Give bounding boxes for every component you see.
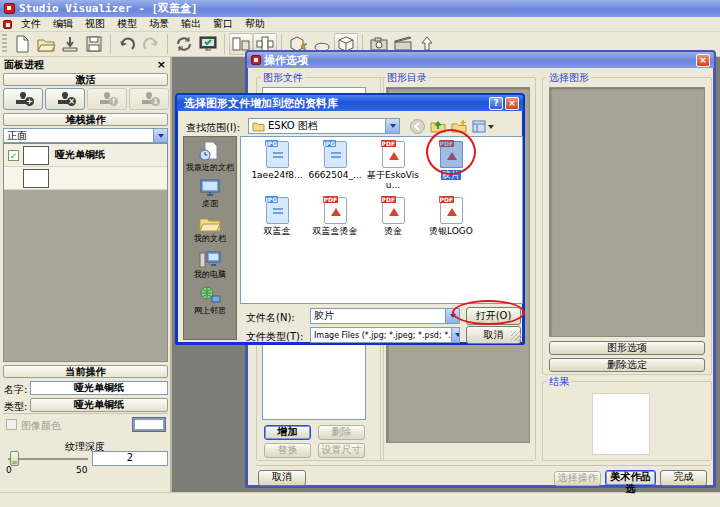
menu-help[interactable]: 帮助 (239, 17, 271, 31)
graphic-options-button[interactable]: 图形选项 (549, 341, 705, 355)
file-item[interactable]: JPG 双盖盒 (249, 197, 305, 236)
panel-header: 面板进程 × (0, 57, 170, 72)
app-window: Studio Visualizer - [双盖盒] 文件 编辑 视图 模型 场景… (0, 0, 720, 507)
file-dialog-close-button[interactable]: × (505, 97, 519, 110)
select-graphic-listbox[interactable] (549, 87, 705, 337)
layer-row[interactable] (4, 167, 167, 190)
file-open-dialog: 选择图形文件增加到您的资料库 ? × 查找范围(I): ESKO 图档 我最 (175, 93, 525, 345)
stack-operations-header[interactable]: 堆栈操作 (3, 113, 168, 126)
file-item[interactable]: PDF 基于EskoVisu... (365, 141, 421, 190)
file-name-dropdown[interactable]: 胶片 (310, 308, 460, 324)
type-button[interactable]: 哑光单铜纸 (30, 398, 168, 412)
file-item-selected[interactable]: PDF 胶片 (423, 141, 479, 180)
side-selector-value: 正面 (7, 129, 27, 143)
file-type-label: 文件类型(T): (246, 330, 303, 344)
remove-selected-button[interactable]: 删除选定 (549, 358, 705, 372)
place-network[interactable]: 网上邻居 (184, 286, 236, 316)
place-recent-documents[interactable]: 我最近的文档 (184, 141, 236, 173)
texture-depth-value[interactable]: 2 (92, 451, 168, 466)
refresh-icon[interactable] (172, 33, 196, 55)
up-folder-icon[interactable] (429, 118, 447, 135)
place-my-documents[interactable]: 我的文档 (184, 215, 236, 244)
file-item[interactable]: JPG 1aee24f8... (249, 141, 305, 180)
chevron-down-icon[interactable] (445, 309, 459, 323)
new-folder-icon[interactable] (450, 118, 468, 135)
new-document-icon[interactable] (10, 33, 34, 55)
open-button[interactable]: 打开(O) (466, 307, 521, 325)
slider-min-label: 0 (6, 465, 12, 475)
place-desktop[interactable]: 桌面 (184, 179, 236, 209)
file-item[interactable]: PDF 双盖盒烫金 (307, 197, 363, 236)
image-color-well (133, 418, 165, 431)
options-cancel-button[interactable]: 取消 (258, 470, 306, 486)
slider-thumb[interactable] (10, 451, 19, 466)
layer-row[interactable]: ✓ 哑光单铜纸 (4, 144, 167, 167)
texture-depth-slider[interactable] (8, 458, 88, 460)
file-name-value: 胶片 (314, 309, 334, 323)
pdf-file-icon: PDF (382, 197, 405, 224)
panel-title: 面板进程 (4, 58, 44, 72)
file-name: 烫银LOGO (423, 226, 479, 236)
view-menu-icon[interactable] (471, 118, 495, 135)
add-graphic-button[interactable]: 增加 (264, 425, 311, 440)
graphic-directory-group-label: 图形目录 (385, 71, 429, 85)
folder-icon (252, 121, 265, 132)
move-up-stamp-button: ↑ (87, 88, 127, 110)
file-list[interactable]: JPG 1aee24f8... JPG 6662504_... PDF 基于Es… (240, 136, 523, 304)
toolbar-separator (167, 34, 168, 54)
menu-window[interactable]: 窗口 (207, 17, 239, 31)
help-button[interactable]: ? (489, 97, 503, 110)
place-my-computer[interactable]: 我的电脑 (184, 250, 236, 280)
file-type-dropdown[interactable]: Image Files (*.jpg; *.jpeg; *.psd; *. (310, 327, 460, 343)
file-item[interactable]: PDF 烫银LOGO (423, 197, 479, 236)
toolbar-separator (224, 34, 225, 54)
import-icon[interactable] (58, 33, 82, 55)
remove-stamp-button[interactable]: × (45, 88, 85, 110)
file-name-label: 文件名(N): (246, 311, 295, 325)
menu-bar: 文件 编辑 视图 模型 场景 输出 窗口 帮助 (0, 17, 720, 32)
menu-model[interactable]: 模型 (111, 17, 143, 31)
name-field[interactable]: 哑光单铜纸 (30, 381, 168, 395)
name-label: 名字: (4, 383, 27, 397)
chevron-down-icon[interactable] (153, 129, 167, 142)
dialog-icon (251, 55, 261, 65)
menu-edit[interactable]: 编辑 (47, 17, 79, 31)
render-preview-icon[interactable] (196, 33, 220, 55)
add-stamp-button[interactable]: + (3, 88, 43, 110)
toolbar-grip (2, 34, 7, 54)
chevron-down-icon[interactable] (451, 328, 460, 342)
options-close-button[interactable]: × (696, 54, 710, 67)
menu-file[interactable]: 文件 (15, 17, 47, 31)
panel-close-icon[interactable]: × (157, 58, 166, 71)
activate-header[interactable]: 激活 (3, 73, 168, 86)
menu-scene[interactable]: 场景 (143, 17, 175, 31)
look-in-dropdown[interactable]: ESKO 图档 (248, 118, 400, 134)
options-dialog-title: 操作选项 (264, 53, 308, 68)
chevron-down-icon[interactable] (385, 119, 399, 133)
places-bar: 我最近的文档 桌面 我的文档 我的电脑 网上邻居 (183, 136, 237, 340)
file-item[interactable]: PDF 烫金 (365, 197, 421, 236)
file-type-value: Image Files (*.jpg; *.jpeg; *.psd; *. (314, 331, 451, 340)
menu-output[interactable]: 输出 (175, 17, 207, 31)
look-in-value: ESKO 图档 (268, 119, 318, 133)
resize-grip[interactable] (511, 331, 521, 341)
side-selector-dropdown[interactable]: 正面 (3, 128, 168, 143)
save-icon[interactable] (82, 33, 106, 55)
my-documents-icon (199, 215, 221, 232)
select-graphic-group-label: 选择图形 (547, 71, 591, 85)
finish-button[interactable]: 完成 (660, 470, 707, 486)
undo-icon[interactable] (115, 33, 139, 55)
layer-checkbox[interactable]: ✓ (8, 150, 19, 161)
open-folder-icon[interactable] (34, 33, 58, 55)
jpg-file-icon: JPG (324, 141, 347, 168)
artwork-select-button[interactable]: 美术作品选 (605, 470, 656, 486)
document-icon (3, 20, 12, 29)
options-dialog-title-bar: 操作选项 × (247, 52, 714, 68)
current-operation-header[interactable]: 当前操作 (3, 365, 168, 378)
pdf-file-icon: PDF (324, 197, 347, 224)
file-item[interactable]: JPG 6662504_... (307, 141, 363, 180)
image-color-checkbox (6, 419, 17, 430)
result-preview (592, 393, 650, 455)
back-icon (408, 118, 426, 135)
menu-view[interactable]: 视图 (79, 17, 111, 31)
